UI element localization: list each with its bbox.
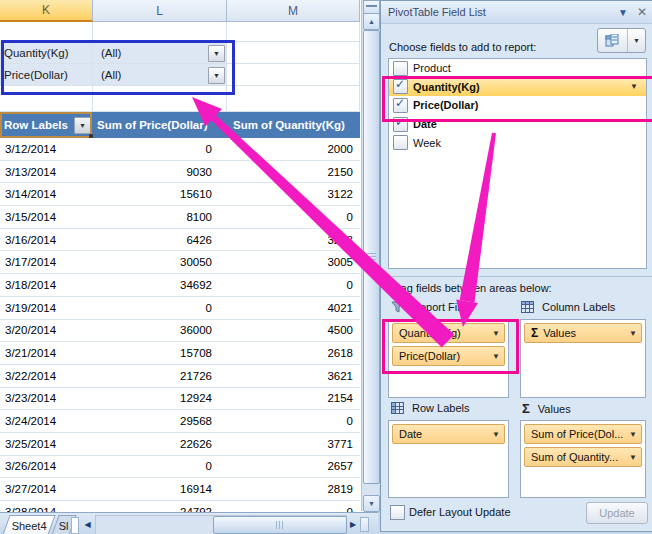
quantity-cell[interactable]: 3005 [227,251,360,273]
field-list-item[interactable]: Week ▼ [389,133,646,152]
price-cell[interactable]: 6426 [93,229,227,251]
row-labels-area[interactable]: Σ Date▼ [388,420,509,498]
pivot-field-button[interactable]: Σ Quantity(Kg)▼ [392,323,505,343]
pivot-field-button[interactable]: Σ Sum of Quantity...▼ [524,447,642,467]
values-area[interactable]: Σ Sum of Price(Dol...▼ Σ Sum of Quantity… [520,420,646,498]
date-cell[interactable]: 3/12/2014 [0,138,93,160]
date-cell[interactable]: 3/25/2014 [0,433,93,455]
cell-empty[interactable] [0,22,93,42]
field-list-item[interactable]: Date ▼ [389,115,646,134]
filter-dropdown-button[interactable]: ▼ [208,45,225,62]
row-labels-filter-dropdown[interactable]: ▼ [74,117,91,134]
quantity-cell[interactable]: 2618 [227,342,360,364]
date-cell[interactable]: 3/17/2014 [0,251,93,273]
tab-split[interactable] [71,517,79,534]
field-checkbox[interactable] [393,117,408,132]
horizontal-scroll-thumb[interactable] [213,516,347,534]
quantity-cell[interactable]: 2819 [227,478,360,500]
price-cell[interactable]: 36000 [93,320,227,342]
cell-empty[interactable] [227,86,360,112]
quantity-cell[interactable]: 3771 [227,433,360,455]
price-cell[interactable]: 16914 [93,478,227,500]
vertical-scrollbar[interactable]: ▲ ▼ [361,0,379,511]
quantity-cell[interactable]: 3213 [227,229,360,251]
filter-field-cell[interactable]: Price(Dollar) [0,64,93,86]
date-cell[interactable]: 3/18/2014 [0,274,93,296]
filter-value-cell[interactable]: (All) [93,42,227,64]
quantity-cell[interactable]: 0 [227,206,360,228]
price-cell[interactable]: 8100 [93,206,227,228]
price-cell[interactable]: 34692 [93,274,227,296]
scrollbar-resize-gripper[interactable] [360,517,369,532]
quantity-cell[interactable]: 0 [227,410,360,432]
pivot-header-sum-price[interactable]: Sum of Price(Dollar) [93,112,227,138]
quantity-cell[interactable]: 0 [227,274,360,296]
date-cell[interactable]: 3/13/2014 [0,161,93,183]
field-list-layout-button[interactable]: ▼ [597,28,646,53]
quantity-cell[interactable]: 3122 [227,183,360,205]
field-list-item[interactable]: Price(Dollar) ▼ [389,96,646,115]
field-checkbox[interactable] [393,98,408,113]
date-cell[interactable]: 3/14/2014 [0,183,93,205]
report-filter-area[interactable]: Σ Quantity(Kg)▼ Σ Price(Dollar)▼ [388,319,509,398]
pivot-field-button[interactable]: Σ Values▼ [524,323,642,343]
price-cell[interactable]: 24792 [93,501,227,512]
filter-field-cell[interactable]: Quantity(Kg) [0,42,93,64]
quantity-cell[interactable]: 4500 [227,320,360,342]
scroll-up-button[interactable]: ▲ [363,13,380,30]
field-button-dropdown[interactable]: ▼ [492,352,500,361]
date-cell[interactable]: 3/19/2014 [0,297,93,319]
date-cell[interactable]: 3/27/2014 [0,478,93,500]
price-cell[interactable]: 21726 [93,365,227,387]
split-handle[interactable] [363,0,380,14]
field-button-dropdown[interactable]: ▼ [629,430,637,439]
price-cell[interactable]: 15708 [93,342,227,364]
price-cell[interactable]: 15610 [93,183,227,205]
price-cell[interactable]: 30050 [93,251,227,273]
field-checkbox[interactable] [393,61,408,76]
pane-close-icon[interactable]: ✕ [632,5,652,19]
pivot-field-button[interactable]: Σ Date▼ [392,424,505,444]
date-cell[interactable]: 3/16/2014 [0,229,93,251]
price-cell[interactable]: 0 [93,138,227,160]
field-list-item[interactable]: Quantity(Kg) ▼ [389,78,646,97]
scroll-right-button[interactable]: ▶ [347,517,359,532]
cell-empty[interactable] [227,64,360,86]
cell-empty[interactable] [93,22,227,42]
price-cell[interactable]: 22626 [93,433,227,455]
quantity-cell[interactable]: 3621 [227,365,360,387]
tab-scroll-left-button[interactable]: ◀ [81,517,94,532]
date-cell[interactable]: 3/21/2014 [0,342,93,364]
field-checkbox[interactable] [393,79,408,94]
quantity-cell[interactable]: 2000 [227,138,360,160]
pivot-field-button[interactable]: Σ Sum of Price(Dol...▼ [524,424,642,444]
defer-layout-update-checkbox[interactable] [390,505,405,520]
filter-value-cell[interactable]: (All) [93,64,227,86]
date-cell[interactable]: 3/15/2014 [0,206,93,228]
price-cell[interactable]: 0 [93,456,227,478]
field-dropdown-arrow[interactable]: ▼ [630,82,638,91]
cell-empty[interactable] [93,86,227,112]
cell-empty[interactable] [0,86,93,112]
quantity-cell[interactable]: 4021 [227,297,360,319]
cell-empty[interactable] [227,42,360,64]
pane-menu-dropdown-icon[interactable]: ▼ [614,7,632,18]
pivot-header-sum-quantity[interactable]: Sum of Quantity(Kg) [227,112,360,138]
field-button-dropdown[interactable]: ▼ [492,430,500,439]
scroll-down-button[interactable]: ▼ [363,495,380,512]
price-cell[interactable]: 0 [93,297,227,319]
quantity-cell[interactable]: 0 [227,501,360,512]
date-cell[interactable]: 3/28/2014 [0,501,93,512]
sheet-tab-sheet4[interactable]: Sheet4 [2,515,55,534]
date-cell[interactable]: 3/23/2014 [0,388,93,410]
column-header-k[interactable]: K [0,0,93,22]
vertical-scroll-thumb[interactable] [363,30,380,484]
column-header-l[interactable]: L [93,0,227,22]
quantity-cell[interactable]: 2657 [227,456,360,478]
field-button-dropdown[interactable]: ▼ [492,329,500,338]
pivot-field-button[interactable]: Σ Price(Dollar)▼ [392,346,505,366]
field-checkbox[interactable] [393,135,408,150]
cell-empty[interactable] [227,22,360,42]
update-button[interactable]: Update [586,502,648,524]
price-cell[interactable]: 9030 [93,161,227,183]
